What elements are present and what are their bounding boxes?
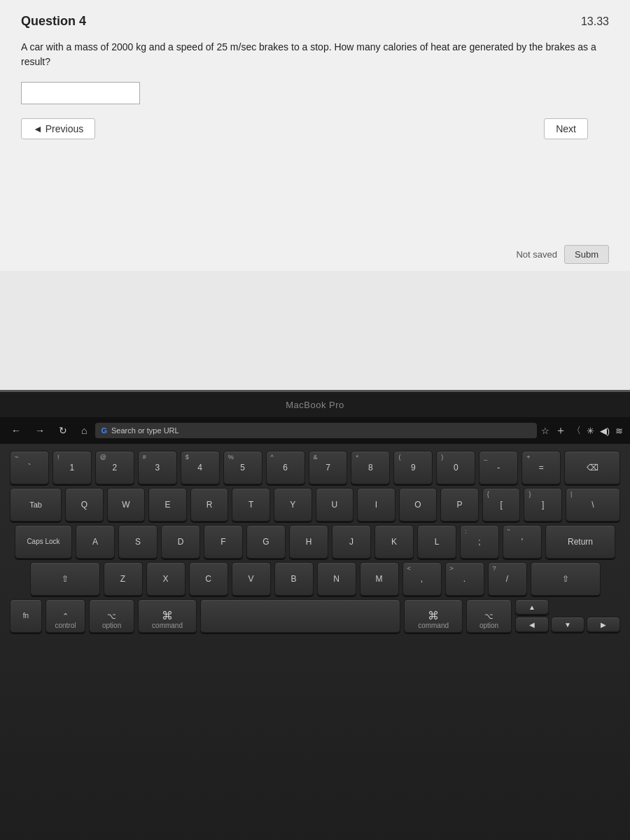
question-header: Question 4 13.33: [21, 14, 609, 29]
star-icon[interactable]: ☆: [541, 426, 550, 436]
key-quote[interactable]: "': [503, 525, 542, 559]
macbook-pro-label: MacBook Pro: [286, 400, 344, 410]
quiz-area: Question 4 13.33 A car with a mass of 20…: [0, 0, 630, 238]
key-v[interactable]: V: [232, 562, 271, 596]
qwerty-row: Tab Q W E R T Y U I O P {[ }] |\: [10, 488, 620, 522]
key-s[interactable]: S: [118, 525, 158, 559]
refresh-icon[interactable]: ↻: [55, 424, 71, 438]
key-command-right[interactable]: ⌘ command: [404, 599, 463, 633]
question-title: Question 4: [21, 14, 86, 29]
bottom-row: fn ⌃ control ⌥ option ⌘ command ⌘ comman…: [10, 599, 620, 633]
key-fn[interactable]: fn: [10, 599, 42, 633]
key-c[interactable]: C: [189, 562, 228, 596]
key-control[interactable]: ⌃ control: [46, 599, 85, 633]
key-1[interactable]: !1: [52, 451, 92, 484]
key-option-right[interactable]: ⌥ option: [466, 599, 512, 633]
key-arrow-right[interactable]: ▶: [587, 617, 620, 632]
url-text: Search or type URL: [111, 426, 179, 435]
key-arrow-left[interactable]: ◀: [515, 617, 549, 632]
url-bar[interactable]: G Search or type URL: [95, 423, 536, 438]
key-d[interactable]: D: [161, 525, 200, 559]
key-p[interactable]: P: [440, 488, 479, 522]
previous-button[interactable]: ◄ Previous: [21, 118, 95, 139]
key-backtick[interactable]: ~`: [10, 451, 49, 484]
key-5[interactable]: %5: [223, 451, 262, 484]
number-row: ~` !1 @2 #3 $4 %5 ^6 &7 *8 (9 )0 _- += ⌫: [10, 451, 620, 484]
key-minus[interactable]: _-: [479, 451, 518, 484]
key-t[interactable]: T: [232, 488, 270, 522]
key-u[interactable]: U: [316, 488, 354, 522]
key-bracket-l[interactable]: {[: [482, 488, 521, 522]
not-saved-text: Not saved: [516, 249, 557, 260]
home-icon[interactable]: ⌂: [77, 424, 91, 438]
key-0[interactable]: )0: [436, 451, 475, 484]
key-8[interactable]: *8: [351, 451, 390, 484]
key-f[interactable]: F: [204, 525, 243, 559]
key-e[interactable]: E: [148, 488, 187, 522]
key-tab[interactable]: Tab: [10, 488, 62, 522]
key-r[interactable]: R: [190, 488, 229, 522]
volume-icon[interactable]: ◀): [600, 426, 610, 436]
question-text: A car with a mass of 2000 kg and a speed…: [21, 40, 609, 69]
key-period[interactable]: >.: [445, 562, 484, 596]
key-a[interactable]: A: [76, 525, 115, 559]
gear-icon[interactable]: ✳: [587, 426, 594, 436]
chevron-icon[interactable]: 〈: [572, 424, 581, 437]
key-o[interactable]: O: [399, 488, 438, 522]
key-return[interactable]: Return: [545, 525, 615, 559]
key-option-left[interactable]: ⌥ option: [89, 599, 134, 633]
touch-bar: ← → ↻ ⌂ G Search or type URL ☆ ＋ 〈 ✳ ◀) …: [0, 417, 630, 444]
touch-bar-nav: ← → ↻ ⌂: [7, 424, 91, 438]
key-x[interactable]: X: [146, 562, 186, 596]
key-2[interactable]: @2: [95, 451, 134, 484]
key-6[interactable]: ^6: [266, 451, 305, 484]
key-command-left[interactable]: ⌘ command: [138, 599, 197, 633]
key-b[interactable]: B: [274, 562, 314, 596]
quiz-bottom-row: Not saved Subm: [0, 238, 630, 271]
key-z[interactable]: Z: [104, 562, 143, 596]
key-w[interactable]: W: [107, 488, 146, 522]
back-arrow-icon[interactable]: ←: [7, 424, 25, 438]
key-q[interactable]: Q: [65, 488, 104, 522]
key-i[interactable]: I: [357, 488, 396, 522]
key-slash[interactable]: ?/: [488, 562, 527, 596]
key-n[interactable]: N: [317, 562, 356, 596]
key-arrow-up[interactable]: ▲: [515, 599, 549, 615]
key-shift-left[interactable]: ⇧: [30, 562, 100, 596]
key-9[interactable]: (9: [393, 451, 433, 484]
asdf-row: Caps Lock A S D F G H J K L :; "' Return: [10, 525, 620, 559]
siri-icon[interactable]: ≋: [615, 426, 623, 436]
google-g-icon: G: [101, 426, 107, 435]
forward-arrow-icon[interactable]: →: [31, 424, 49, 438]
key-y[interactable]: Y: [274, 488, 312, 522]
plus-icon[interactable]: ＋: [555, 424, 566, 438]
key-l[interactable]: L: [417, 525, 456, 559]
keyboard: ~` !1 @2 #3 $4 %5 ^6 &7 *8 (9 )0 _- += ⌫…: [0, 444, 630, 840]
macbook-label-area: MacBook Pro: [0, 392, 630, 417]
key-7[interactable]: &7: [309, 451, 348, 484]
next-button[interactable]: Next: [544, 118, 588, 139]
submit-button[interactable]: Subm: [564, 245, 609, 264]
answer-input[interactable]: [21, 82, 140, 104]
key-bracket-r[interactable]: }]: [524, 488, 562, 522]
key-backslash[interactable]: |\: [566, 488, 620, 522]
key-k[interactable]: K: [374, 525, 414, 559]
key-backspace[interactable]: ⌫: [564, 451, 620, 484]
question-score: 13.33: [581, 15, 609, 28]
key-capslock[interactable]: Caps Lock: [15, 525, 72, 559]
key-4[interactable]: $4: [181, 451, 220, 484]
key-semicolon[interactable]: :;: [460, 525, 499, 559]
key-h[interactable]: H: [289, 525, 328, 559]
key-shift-right[interactable]: ⇧: [531, 562, 601, 596]
key-arrow-down[interactable]: ▼: [551, 617, 584, 632]
key-j[interactable]: J: [332, 525, 371, 559]
screen: Question 4 13.33 A car with a mass of 20…: [0, 0, 630, 392]
key-g[interactable]: G: [246, 525, 286, 559]
key-equals[interactable]: +=: [522, 451, 561, 484]
zxcv-row: ⇧ Z X C V B N M <, >. ?/ ⇧: [10, 562, 620, 596]
key-comma[interactable]: <,: [402, 562, 442, 596]
key-m[interactable]: M: [360, 562, 399, 596]
key-3[interactable]: #3: [138, 451, 177, 484]
key-spacebar[interactable]: [200, 599, 400, 633]
touch-bar-right: ☆ ＋ 〈 ✳ ◀) ≋: [541, 424, 623, 438]
